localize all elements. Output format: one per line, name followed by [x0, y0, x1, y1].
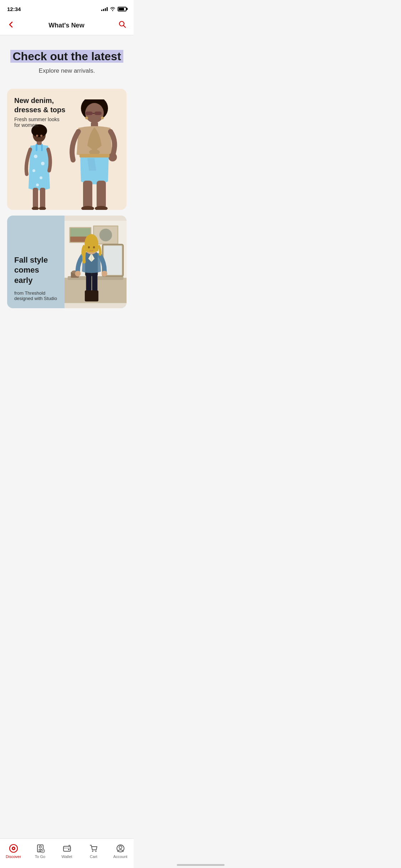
fall-card-title: Fall stylecomes early — [14, 255, 57, 286]
women-card-subtitle: Fresh summer looksfor women. — [14, 117, 65, 128]
fall-card-subtitle: from Thresholddesigned with Studio — [14, 290, 57, 301]
status-bar: 12:34 — [0, 0, 134, 16]
svg-rect-12 — [40, 188, 45, 208]
status-icons — [101, 7, 127, 11]
svg-rect-29 — [83, 181, 92, 208]
fall-card-right — [65, 216, 127, 308]
svg-point-31 — [81, 206, 94, 210]
status-time: 12:34 — [7, 6, 21, 12]
search-button[interactable] — [118, 20, 127, 31]
svg-rect-9 — [36, 144, 37, 151]
svg-point-27 — [108, 153, 117, 161]
svg-rect-28 — [79, 154, 109, 157]
women-card-content: New denim,dresses & tops Fresh summer lo… — [7, 89, 127, 210]
hero-subtitle: Explore new arrivals. — [7, 67, 127, 74]
svg-point-16 — [40, 135, 42, 137]
women-card-title: New denim,dresses & tops — [14, 96, 65, 114]
fall-card-illustration — [65, 216, 127, 308]
svg-rect-11 — [33, 188, 38, 208]
signal-icon — [101, 7, 108, 11]
hero-title: Check out the latest — [10, 50, 123, 63]
svg-point-57 — [102, 271, 107, 277]
hero-title-highlight: Check out the latest — [10, 50, 123, 63]
svg-point-6 — [32, 169, 35, 172]
svg-point-56 — [75, 271, 81, 277]
svg-rect-52 — [86, 273, 91, 292]
svg-rect-22 — [86, 112, 93, 115]
svg-rect-10 — [41, 144, 43, 151]
hero-section: Check out the latest Explore new arrival… — [0, 35, 134, 85]
svg-point-8 — [36, 184, 39, 186]
main-content: Check out the latest Explore new arrival… — [0, 35, 134, 340]
header: What's New — [0, 16, 134, 35]
svg-rect-30 — [97, 181, 106, 208]
svg-point-4 — [34, 155, 37, 158]
svg-point-5 — [41, 162, 45, 165]
woman-figure-2 — [62, 99, 127, 210]
women-card[interactable]: New denim,dresses & tops Fresh summer lo… — [7, 89, 127, 210]
wifi-icon — [110, 7, 115, 11]
women-card-text: New denim,dresses & tops Fresh summer lo… — [14, 96, 65, 128]
svg-point-7 — [40, 176, 42, 179]
cards-container: New denim,dresses & tops Fresh summer lo… — [0, 85, 134, 312]
svg-point-15 — [36, 135, 38, 137]
svg-point-43 — [99, 229, 112, 242]
svg-point-32 — [95, 206, 108, 210]
woman-figure-1 — [18, 124, 61, 210]
svg-point-33 — [85, 117, 88, 119]
svg-point-34 — [101, 117, 104, 119]
svg-point-59 — [88, 246, 90, 248]
svg-rect-53 — [92, 273, 97, 292]
battery-icon — [118, 7, 127, 11]
fall-card-text: Fall stylecomes early from Thresholddesi… — [7, 216, 65, 308]
page-title: What's New — [48, 22, 84, 29]
fall-card[interactable]: Fall stylecomes early from Thresholddesi… — [7, 216, 127, 308]
fall-card-content: Fall stylecomes early from Thresholddesi… — [7, 216, 127, 308]
back-button[interactable] — [7, 21, 15, 30]
svg-point-60 — [93, 246, 95, 248]
svg-rect-55 — [91, 290, 98, 301]
svg-rect-23 — [94, 112, 102, 115]
